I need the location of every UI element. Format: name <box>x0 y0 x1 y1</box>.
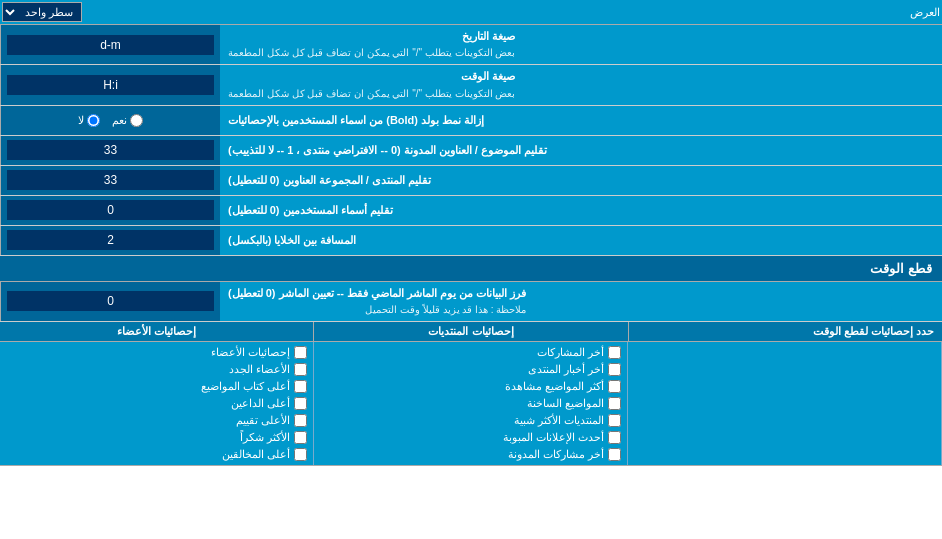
time-cut-input-cell <box>0 282 220 321</box>
forum-group-sort-row: تقليم المنتدى / المجموعة العناوين (0 للت… <box>0 166 942 196</box>
cb-noted-shares-input[interactable] <box>608 448 621 461</box>
cb-similar-forums: المنتديات الأكثر شبية <box>320 412 621 429</box>
cb-most-viewed: أكثر المواضيع مشاهدة <box>320 378 621 395</box>
cb-recent-ads: أحدث الإعلانات المبوبة <box>320 429 621 446</box>
cb-top-rated: الأعلى تقييم <box>6 412 307 429</box>
cb-top-followers-input[interactable] <box>294 448 307 461</box>
cb-members-stats-input[interactable] <box>294 346 307 359</box>
forum-group-sort-input[interactable] <box>7 170 214 190</box>
cells-gap-label: المسافة بين الخلايا (بالبكسل) <box>220 226 942 255</box>
cb-recent-topics-input[interactable] <box>608 397 621 410</box>
date-format-row: صيغة التاريخ بعض التكوينات يتطلب "/" الت… <box>0 25 942 65</box>
date-format-input[interactable] <box>7 35 214 55</box>
user-names-sort-label: تقليم أسماء المستخدمين (0 للتعطيل) <box>220 196 942 225</box>
display-mode-select[interactable]: سطر واحدسطرينثلاثة أسطر <box>2 2 82 22</box>
user-names-sort-input[interactable] <box>7 200 214 220</box>
page-title-row: العرض سطر واحدسطرينثلاثة أسطر <box>0 0 942 25</box>
members-stats-header: إحصائيات الأعضاء <box>0 322 314 341</box>
user-names-sort-input-cell <box>0 196 220 225</box>
time-cut-label: فرز البيانات من يوم الماشر الماضي فقط --… <box>220 282 942 321</box>
forums-stats-header: إحصائيات المنتديات <box>314 322 628 341</box>
cb-members-stats: إحصائيات الأعضاء <box>6 344 307 361</box>
time-format-input[interactable] <box>7 75 214 95</box>
cb-top-posters-input[interactable] <box>294 380 307 393</box>
cb-forum-news: أخر أخبار المنتدى <box>320 361 621 378</box>
time-cut-input[interactable] <box>7 291 214 311</box>
cb-most-viewed-input[interactable] <box>608 380 621 393</box>
forums-checkboxes-col: أخر المشاركات أخر أخبار المنتدى أكثر الم… <box>314 342 628 465</box>
cells-gap-row: المسافة بين الخلايا (بالبكسل) <box>0 226 942 256</box>
time-cut-row: فرز البيانات من يوم الماشر الماضي فقط --… <box>0 282 942 322</box>
radio-no[interactable] <box>87 114 100 127</box>
cb-shares: أخر المشاركات <box>320 344 621 361</box>
topic-sort-label: تقليم الموضوع / العناوين المدونة (0 -- ا… <box>220 136 942 165</box>
cb-most-thanks-input[interactable] <box>294 431 307 444</box>
cb-top-online: أعلى الداعين <box>6 395 307 412</box>
cb-top-online-input[interactable] <box>294 397 307 410</box>
cb-noted-shares: أخر مشاركات المدونة <box>320 446 621 463</box>
cb-top-followers: أعلى المخالقين <box>6 446 307 463</box>
time-format-row: صيغة الوقت بعض التكوينات يتطلب "/" التي … <box>0 65 942 105</box>
cb-most-thanks: الأكثر شكراً <box>6 429 307 446</box>
radio-no-label[interactable]: لا <box>78 114 100 127</box>
time-format-label: صيغة الوقت بعض التكوينات يتطلب "/" التي … <box>220 65 942 104</box>
cb-recent-ads-input[interactable] <box>608 431 621 444</box>
date-format-label: صيغة التاريخ بعض التكوينات يتطلب "/" الت… <box>220 25 942 64</box>
cells-gap-input-cell <box>0 226 220 255</box>
topic-sort-input[interactable] <box>7 140 214 160</box>
checkboxes-row: أخر المشاركات أخر أخبار المنتدى أكثر الم… <box>0 342 942 465</box>
remove-bold-row: إزالة نمط بولد (Bold) من اسماء المستخدمي… <box>0 106 942 136</box>
cb-top-posters: أعلى كتاب المواضيع <box>6 378 307 395</box>
main-label: العرض <box>890 6 940 19</box>
topic-sort-row: تقليم الموضوع / العناوين المدونة (0 -- ا… <box>0 136 942 166</box>
user-names-sort-row: تقليم أسماء المستخدمين (0 للتعطيل) <box>0 196 942 226</box>
remove-bold-label: إزالة نمط بولد (Bold) من اسماء المستخدمي… <box>220 106 942 135</box>
cb-new-members-input[interactable] <box>294 363 307 376</box>
topic-sort-input-cell <box>0 136 220 165</box>
members-checkboxes-col: إحصائيات الأعضاء الأعضاء الجدد أعلى كتاب… <box>0 342 314 465</box>
time-cut-header: قطع الوقت <box>0 256 942 282</box>
checkboxes-section: حدد إحصائيات لقطع الوقت إحصائيات المنتدي… <box>0 322 942 466</box>
forum-group-sort-input-cell <box>0 166 220 195</box>
forum-group-sort-label: تقليم المنتدى / المجموعة العناوين (0 للت… <box>220 166 942 195</box>
empty-col <box>628 342 942 465</box>
cb-new-members: الأعضاء الجدد <box>6 361 307 378</box>
cb-forum-news-input[interactable] <box>608 363 621 376</box>
title-select-cell[interactable]: سطر واحدسطرينثلاثة أسطر <box>2 2 82 22</box>
remove-bold-radio-cell: نعم لا <box>0 106 220 135</box>
radio-yes-label[interactable]: نعم <box>112 114 143 127</box>
cb-recent-topics: المواضيع الساخنة <box>320 395 621 412</box>
time-limit-label: حدد إحصائيات لقطع الوقت <box>629 322 942 341</box>
cb-top-rated-input[interactable] <box>294 414 307 427</box>
date-format-input-cell <box>0 25 220 64</box>
cb-shares-input[interactable] <box>608 346 621 359</box>
cells-gap-input[interactable] <box>7 230 214 250</box>
cb-similar-forums-input[interactable] <box>608 414 621 427</box>
radio-yes[interactable] <box>130 114 143 127</box>
time-format-input-cell <box>0 65 220 104</box>
